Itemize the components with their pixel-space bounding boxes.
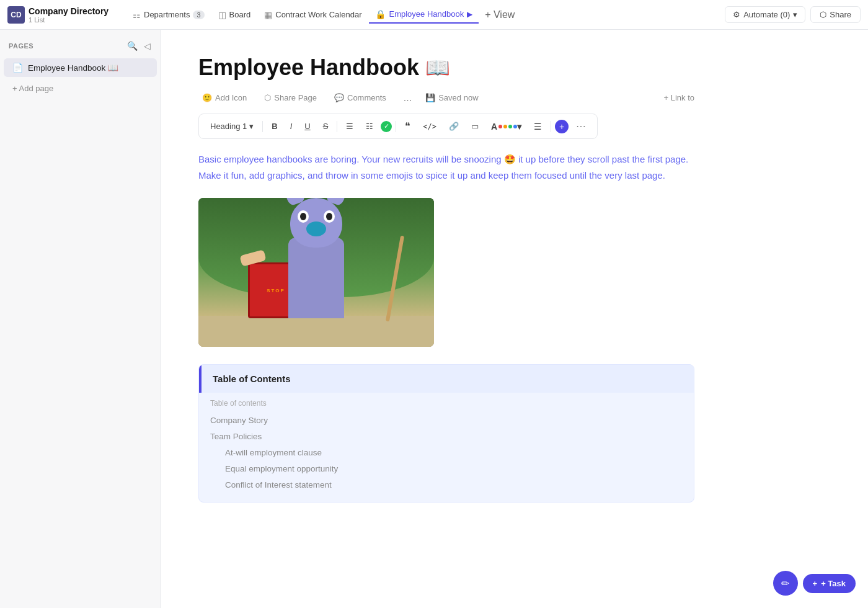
toc-sub-label: Table of contents: [210, 399, 683, 408]
bullet-list-button[interactable]: ☰: [341, 119, 358, 133]
topbar-actions: ⚙ Automate (0) ▾ ⬡ Share: [725, 6, 861, 23]
sidebar-item-handbook[interactable]: 📄 Employee Handbook 📖: [4, 58, 157, 77]
insert-button[interactable]: +: [555, 120, 569, 133]
toc-item-atwill[interactable]: At-will employment clause: [210, 445, 683, 461]
page-title-emoji: 📖: [425, 56, 450, 79]
sidebar-header-icons: 🔍 ◁: [126, 40, 152, 52]
toc-item-company-story[interactable]: Company Story: [210, 413, 683, 429]
toc-title: Table of Contents: [213, 373, 291, 384]
content-body: Employee Handbook 📖 🙂 Add Icon ⬡ Share P…: [198, 55, 694, 503]
more-button[interactable]: ...: [400, 91, 415, 105]
search-icon[interactable]: 🔍: [126, 40, 139, 52]
comments-button[interactable]: 💬 Comments: [330, 91, 390, 105]
automate-icon: ⚙: [733, 10, 740, 19]
toc-item-equal-employment[interactable]: Equal employment opportunity: [210, 461, 683, 477]
more-format-button[interactable]: ⋯: [571, 118, 591, 135]
top-nav: ⚏ Departments 3 ◫ Board ▦ Contract Work …: [126, 6, 722, 24]
topbar: CD Company Directory 1 List ⚏ Department…: [0, 0, 868, 30]
share-button[interactable]: ⬡ Share: [810, 6, 861, 23]
app-subtitle: 1 List: [29, 16, 108, 24]
toc-item-conflict[interactable]: Conflict of Interest statement: [210, 477, 683, 493]
box-button[interactable]: ▭: [466, 119, 484, 133]
numbered-list-button[interactable]: ☷: [361, 119, 378, 133]
add-page-button[interactable]: + Add page: [4, 79, 157, 97]
blockquote-button[interactable]: ❝: [400, 118, 415, 135]
separator-3: [396, 121, 396, 132]
table-of-contents: Table of Contents Table of contents Comp…: [198, 364, 694, 503]
separator-2: [337, 121, 337, 132]
format-toolbar: Heading 1 ▾ B I U S ☰ ☷ ✓ ❝ </> 🔗 ▭ A: [198, 114, 598, 139]
app-title: Company Directory: [29, 6, 108, 16]
content-area: Employee Handbook 📖 🙂 Add Icon ⬡ Share P…: [161, 30, 868, 608]
color-chevron: ▾: [517, 122, 521, 132]
toc-body: Table of contents Company Story Team Pol…: [199, 393, 694, 502]
char-body: [288, 238, 344, 318]
edit-fab-button[interactable]: ✏: [773, 571, 798, 596]
automate-button[interactable]: ⚙ Automate (0) ▾: [725, 6, 805, 23]
pupil-right: [326, 213, 332, 220]
toc-header: Table of Contents: [199, 365, 694, 393]
intro-text: Basic employee handbooks are boring. You…: [198, 151, 694, 183]
share-page-button[interactable]: ⬡ Share Page: [260, 91, 321, 105]
departments-icon: ⚏: [133, 10, 141, 20]
cartoon-scene: STOP: [198, 198, 434, 347]
add-icon-button[interactable]: 🙂 Add Icon: [198, 91, 250, 105]
strikethrough-button[interactable]: S: [318, 119, 334, 133]
separator-1: [262, 121, 263, 132]
separator-4: [551, 121, 551, 132]
toolbar-row: 🙂 Add Icon ⬡ Share Page 💬 Comments ... 💾…: [198, 91, 694, 105]
underline-button[interactable]: U: [299, 119, 315, 133]
sidebar-header: PAGES 🔍 ◁: [0, 37, 161, 58]
handbook-nav-arrow: ▶: [467, 10, 472, 19]
pages-section-title: PAGES: [9, 42, 33, 50]
share-icon: ⬡: [820, 10, 826, 19]
color-button[interactable]: A ▾: [486, 119, 526, 134]
sidebar: PAGES 🔍 ◁ 📄 Employee Handbook 📖 + Add pa…: [0, 30, 161, 608]
task-plus-icon: +: [813, 579, 818, 588]
char-eye-left: [298, 210, 309, 223]
board-icon: ◫: [218, 10, 226, 20]
save-icon: 💾: [425, 93, 435, 102]
check-icon: ✓: [381, 121, 392, 132]
nav-calendar[interactable]: ▦ Contract Work Calendar: [258, 7, 368, 23]
nav-board[interactable]: ◫ Board: [212, 7, 257, 23]
main-layout: PAGES 🔍 ◁ 📄 Employee Handbook 📖 + Add pa…: [0, 30, 868, 608]
nav-handbook[interactable]: 🔒 Employee Handbook ▶: [369, 6, 479, 24]
calendar-icon: ▦: [264, 10, 272, 20]
share-icon: ⬡: [264, 93, 271, 102]
logo-icon: CD: [7, 6, 25, 24]
content-image: STOP: [198, 198, 434, 347]
pupil-left: [300, 213, 306, 220]
sidebar-page-label: Employee Handbook 📖: [28, 63, 118, 73]
char-eye-right: [324, 210, 335, 223]
ground: [198, 316, 434, 347]
bold-button[interactable]: B: [267, 119, 282, 133]
heading-selector[interactable]: Heading 1 ▾: [205, 119, 259, 133]
saved-status: 💾 Saved now: [425, 93, 478, 102]
page-title: Employee Handbook 📖: [198, 55, 694, 81]
italic-button[interactable]: I: [285, 119, 298, 133]
page-icon: 📄: [12, 63, 23, 73]
toc-item-team-policies[interactable]: Team Policies: [210, 429, 683, 445]
add-view-button[interactable]: + View: [480, 7, 520, 23]
fab-container: ✏ + + Task: [773, 571, 856, 596]
collapse-sidebar-icon[interactable]: ◁: [143, 40, 152, 52]
nav-departments[interactable]: ⚏ Departments 3: [126, 7, 211, 23]
add-task-fab-button[interactable]: + + Task: [803, 574, 856, 593]
char-nose: [306, 221, 326, 236]
smile-icon: 🙂: [202, 93, 212, 102]
automate-chevron: ▾: [793, 10, 797, 19]
link-button[interactable]: 🔗: [444, 119, 464, 133]
handbook-nav-label: Employee Handbook: [389, 9, 464, 19]
app-logo[interactable]: CD Company Directory 1 List: [7, 6, 119, 24]
comments-icon: 💬: [334, 93, 344, 102]
char-head: [290, 198, 342, 248]
code-button[interactable]: </>: [418, 120, 441, 133]
heading-chevron: ▾: [249, 122, 254, 131]
link-to-button[interactable]: + Link to: [663, 93, 694, 102]
align-button[interactable]: ☰: [529, 119, 547, 134]
handbook-icon: 🔒: [375, 9, 386, 19]
